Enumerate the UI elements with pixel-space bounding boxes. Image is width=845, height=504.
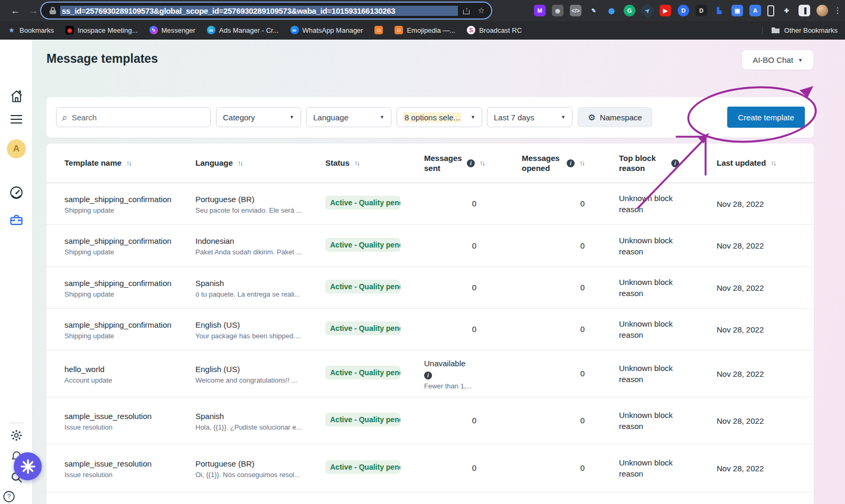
messages-sent-cell: 0 bbox=[424, 325, 522, 334]
ext-card-icon[interactable]: ▣ bbox=[731, 5, 743, 16]
language-cell: SpanishHola, {{1}}. ¿Pudiste solucionar … bbox=[195, 411, 325, 431]
menu-hamburger-icon[interactable] bbox=[0, 113, 33, 125]
bookmark-messenger[interactable]: ϟMessenger bbox=[149, 26, 195, 34]
other-bookmarks-label: Other Bookmarks bbox=[784, 26, 838, 34]
account-selector[interactable]: AI-BO Chat ▼ bbox=[742, 50, 813, 70]
column-header-opened[interactable]: Messages openedi↑↓ bbox=[522, 153, 619, 174]
dashboard-gauge-icon[interactable] bbox=[0, 185, 33, 200]
table-row[interactable]: sample_issue_resolutionIssue resolutionP… bbox=[46, 444, 814, 492]
ext-rocket-icon[interactable]: ➤ bbox=[639, 2, 655, 18]
toolbox-icon[interactable] bbox=[0, 213, 33, 227]
column-label-opened: Messages opened bbox=[522, 153, 562, 174]
table-row[interactable]: sample_shipping_confirmationShipping upd… bbox=[46, 225, 814, 267]
ext-side-panel-icon[interactable]: ▐ bbox=[799, 5, 810, 16]
bookmark-star-icon[interactable]: ☆ bbox=[478, 6, 485, 15]
info-icon[interactable]: i bbox=[567, 159, 575, 167]
screen: ← → ⟳ ss_id=2576930289109573&global_scop… bbox=[0, 0, 845, 504]
table-row[interactable]: sample_shipping_confirmationShipping upd… bbox=[46, 309, 814, 350]
status-cell: Active - Quality pendi bbox=[325, 460, 424, 476]
column-header-status[interactable]: Status↑↓ bbox=[325, 158, 424, 168]
message-preview: Seu pacote foi enviado. Ele será ... bbox=[195, 206, 314, 214]
ext-translate-icon[interactable]: A bbox=[749, 5, 761, 16]
ext-deepl-icon[interactable]: D bbox=[678, 5, 689, 16]
back-button[interactable]: ← bbox=[6, 5, 24, 16]
messages-opened-cell: 0 bbox=[522, 283, 619, 292]
ext-menu-icon[interactable]: ⋮ bbox=[834, 5, 841, 16]
ext-phone-icon[interactable] bbox=[767, 5, 774, 16]
bookmark-ads-manager[interactable]: ∞Ads Manager - Cr... bbox=[207, 26, 279, 34]
ext-color-picker-icon[interactable]: ✎ bbox=[588, 5, 599, 16]
column-header-name[interactable]: Template name↑↓ bbox=[64, 158, 195, 168]
table-row[interactable]: sample_shipping_confirmationShipping upd… bbox=[46, 267, 814, 309]
url-selected-text[interactable]: ss_id=2576930289109573&global_scope_id=2… bbox=[60, 6, 458, 16]
table-row[interactable]: sample_issue_resolutionIssue resolutionS… bbox=[46, 397, 814, 444]
browser-toolbar: ← → ⟳ ss_id=2576930289109573&global_scop… bbox=[0, 0, 845, 21]
namespace-button[interactable]: ⚙ Namespace bbox=[578, 107, 652, 127]
bookmark-broadcast-rc[interactable]: SBroadcast RC bbox=[467, 26, 522, 34]
drag-dots-icon[interactable] bbox=[0, 498, 8, 504]
search-input[interactable] bbox=[72, 113, 205, 122]
info-icon[interactable]: i bbox=[424, 372, 432, 379]
bookmark-whatsapp-manager[interactable]: ∞WhatsApp Manager bbox=[290, 26, 363, 34]
bookmark-inospace-icon: ◉ bbox=[65, 26, 74, 34]
column-header-updated[interactable]: Last updated↑↓ bbox=[717, 158, 814, 168]
status-options-dropdown[interactable]: 8 options sele...▼ bbox=[397, 107, 482, 127]
info-icon[interactable]: i bbox=[467, 159, 475, 167]
message-preview: Hola, {{1}}. ¿Pudiste solucionar e... bbox=[195, 423, 314, 431]
category-dropdown[interactable]: Category▼ bbox=[216, 107, 301, 127]
top-block-reason-cell: Unknown block reason bbox=[619, 410, 717, 432]
template-category: Issue resolution bbox=[64, 471, 183, 479]
sort-icon[interactable]: ↑↓ bbox=[771, 159, 775, 168]
ext-d-icon[interactable]: D bbox=[696, 5, 707, 16]
sort-icon[interactable]: ↑↓ bbox=[126, 159, 131, 168]
column-label-name: Template name bbox=[64, 158, 121, 168]
ext-meta-business-icon[interactable]: M bbox=[534, 5, 546, 16]
folder-icon bbox=[771, 26, 780, 34]
bookmark-emojipedia[interactable]: ☺Emojipedia —... bbox=[395, 26, 455, 34]
ext-camera-icon[interactable]: ◉ bbox=[552, 5, 564, 16]
sort-icon[interactable]: ↑↓ bbox=[579, 159, 584, 168]
table-row[interactable]: hello_worldAccount updateEnglish (US)Wel… bbox=[46, 350, 814, 397]
bookmark-inospace-label: Inospace Meeting... bbox=[78, 26, 137, 34]
column-label-sent: Messages sent bbox=[424, 153, 462, 174]
home-icon[interactable] bbox=[0, 89, 33, 103]
ext-profile-avatar[interactable] bbox=[816, 5, 828, 16]
bookmarks-star[interactable]: ★Bookmarks bbox=[7, 26, 54, 34]
message-preview: Paket Anda sudah dikirim. Paket ... bbox=[195, 248, 314, 256]
messages-opened-cell: 0 bbox=[522, 241, 619, 251]
bookmark-inospace[interactable]: ◉Inospace Meeting... bbox=[65, 26, 137, 34]
ext-puzzle-icon[interactable]: ✚ bbox=[781, 5, 792, 16]
ext-blue-shape-icon[interactable]: ▙ bbox=[713, 5, 725, 16]
search-field[interactable]: ⌕ bbox=[56, 107, 211, 127]
sort-icon[interactable]: ↑↓ bbox=[480, 159, 484, 168]
settings-gear-icon[interactable] bbox=[0, 429, 33, 442]
assistant-fab[interactable] bbox=[14, 452, 42, 480]
status-badge: Active - Quality pendi bbox=[325, 460, 400, 474]
create-template-button[interactable]: Create template bbox=[727, 107, 805, 128]
date-range-dropdown[interactable]: Last 7 days▼ bbox=[487, 107, 572, 127]
other-bookmarks[interactable]: Other Bookmarks bbox=[762, 26, 838, 34]
info-icon[interactable]: i bbox=[671, 159, 679, 167]
table-row[interactable]: sample_shipping_confirmationShipping upd… bbox=[46, 183, 814, 225]
bookmark-emojipedia-icon: ☺ bbox=[395, 26, 403, 34]
share-icon[interactable]: ↑ bbox=[463, 6, 471, 14]
bookmark-emoji-book[interactable]: ☺ bbox=[374, 26, 383, 34]
language-dropdown[interactable]: Language▼ bbox=[306, 107, 391, 127]
language-dropdown-label: Language bbox=[313, 113, 349, 122]
sort-icon[interactable]: ↑↓ bbox=[238, 159, 242, 168]
forward-button[interactable]: → bbox=[24, 5, 42, 16]
column-header-sent[interactable]: Messages senti↑↓ bbox=[424, 153, 522, 174]
status-cell: Active - Quality pendi bbox=[325, 280, 424, 296]
address-bar[interactable]: ss_id=2576930289109573&global_scope_id=2… bbox=[41, 3, 491, 18]
language-cell: Portuguese (BR)Oi, {{1}}. Nós conseguimo… bbox=[195, 458, 325, 479]
ext-grammarly-icon[interactable]: G bbox=[624, 5, 635, 16]
template-name: sample_shipping_confirmation bbox=[64, 278, 195, 289]
column-header-language[interactable]: Language↑↓ bbox=[195, 158, 325, 168]
column-header-block[interactable]: Top block reasoni bbox=[619, 153, 717, 174]
ext-code-icon[interactable]: </> bbox=[570, 5, 581, 16]
bookmark-broadcast-rc-label: Broadcast RC bbox=[479, 26, 522, 34]
ext-water-drop-icon[interactable]: ⬤ bbox=[606, 5, 617, 16]
sort-icon[interactable]: ↑↓ bbox=[354, 159, 359, 168]
ext-youtube-icon[interactable]: ▶ bbox=[660, 5, 671, 16]
account-avatar[interactable]: A bbox=[0, 139, 33, 158]
